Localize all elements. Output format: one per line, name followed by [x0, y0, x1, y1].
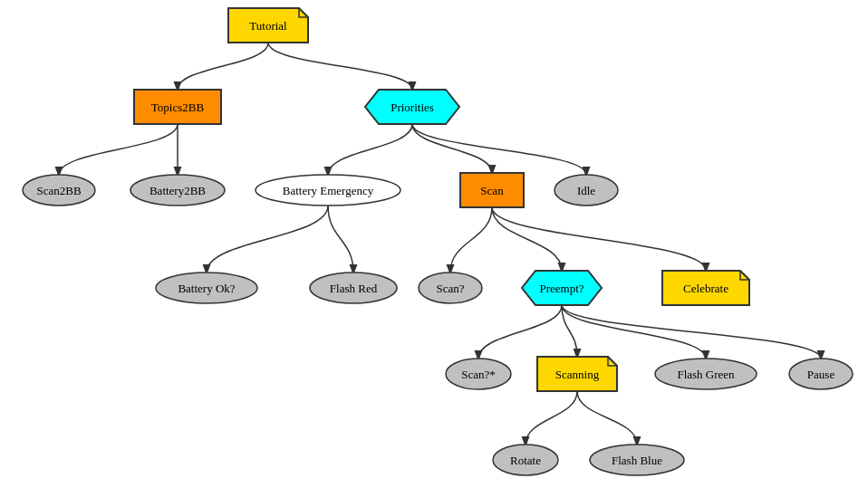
node-ScanQ: Scan? — [419, 273, 482, 303]
edge-Tutorial-Priorities — [268, 43, 412, 90]
node-label-Pause: Pause — [807, 368, 835, 381]
node-label-Scan: Scan — [480, 184, 504, 197]
edge-Priorities-Scan — [412, 124, 492, 173]
node-Celebrate: Celebrate — [662, 271, 749, 305]
node-label-BatteryEmergency: Battery Emergency — [283, 184, 374, 197]
node-label-Topics2BB: Topics2BB — [151, 100, 205, 114]
node-Scanning: Scanning — [537, 357, 617, 391]
node-Topics2BB: Topics2BB — [134, 90, 221, 124]
edge-Priorities-Idle — [412, 124, 586, 175]
edge-Preempt-Pause — [562, 305, 821, 359]
node-FlashRed: Flash Red — [310, 273, 397, 303]
edge-Scanning-FlashBlue — [577, 391, 637, 445]
node-label-Battery2BB: Battery2BB — [149, 184, 206, 197]
node-label-Tutorial: Tutorial — [249, 19, 287, 33]
node-Pause: Pause — [789, 359, 853, 389]
edge-Scanning-Rotate — [526, 391, 577, 445]
node-label-FlashBlue: Flash Blue — [612, 454, 662, 467]
edge-Scan-Celebrate — [492, 207, 706, 271]
node-ScanQstar: Scan?* — [446, 359, 511, 389]
node-label-ScanQ: Scan? — [436, 282, 464, 295]
node-FlashGreen: Flash Green — [655, 359, 757, 389]
behavior-tree-diagram: TutorialTopics2BBPrioritiesScan2BBBatter… — [0, 0, 868, 488]
node-label-Scanning: Scanning — [555, 368, 600, 381]
node-Idle: Idle — [555, 175, 618, 206]
edge-Priorities-BatteryEmergency — [328, 124, 412, 175]
edge-Tutorial-Topics2BB — [178, 43, 268, 90]
node-BatteryEmergency: Battery Emergency — [256, 175, 400, 206]
node-Priorities: Priorities — [365, 90, 459, 124]
edge-Preempt-FlashGreen — [562, 305, 706, 359]
node-label-Celebrate: Celebrate — [683, 282, 728, 295]
node-label-FlashRed: Flash Red — [330, 282, 378, 295]
node-Scan2BB: Scan2BB — [23, 175, 95, 206]
edge-BatteryEmergency-FlashRed — [328, 206, 353, 273]
node-label-Scan2BB: Scan2BB — [36, 184, 81, 197]
edge-Scan-Preempt — [492, 207, 562, 271]
node-label-Idle: Idle — [577, 184, 595, 197]
node-FlashBlue: Flash Blue — [590, 445, 684, 475]
node-Tutorial: Tutorial — [228, 8, 308, 43]
node-Rotate: Rotate — [493, 445, 558, 475]
edge-BatteryEmergency-BatteryOk — [207, 206, 328, 273]
node-label-ScanQstar: Scan?* — [461, 368, 496, 381]
node-label-FlashGreen: Flash Green — [677, 368, 735, 381]
edge-Scan-ScanQ — [450, 207, 492, 273]
node-label-Priorities: Priorities — [391, 100, 434, 114]
node-Scan: Scan — [460, 173, 524, 207]
node-label-Rotate: Rotate — [510, 454, 541, 467]
node-BatteryOk: Battery Ok? — [156, 273, 257, 303]
node-label-Preempt: Preempt? — [539, 282, 583, 295]
node-Preempt: Preempt? — [522, 271, 602, 305]
edge-Preempt-ScanQstar — [478, 305, 562, 359]
edge-Topics2BB-Scan2BB — [59, 124, 178, 175]
node-Battery2BB: Battery2BB — [130, 175, 225, 206]
node-label-BatteryOk: Battery Ok? — [178, 282, 235, 295]
